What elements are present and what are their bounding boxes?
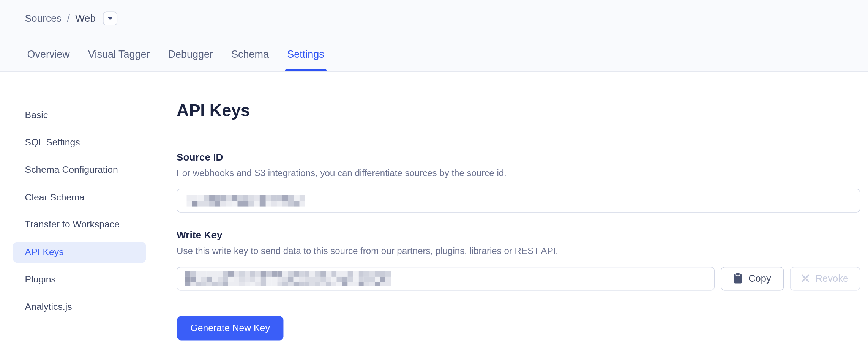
generate-new-key-button[interactable]: Generate New Key <box>177 316 284 340</box>
sidebar-item-transfer-to-workspace[interactable]: Transfer to Workspace <box>13 214 146 235</box>
page-title: API Keys <box>177 101 250 120</box>
x-icon <box>802 274 809 282</box>
tab-schema[interactable]: Schema <box>231 48 269 71</box>
write-key-redacted-value <box>185 271 391 286</box>
write-key-label: Write Key <box>177 230 223 241</box>
chevron-down-icon <box>108 17 112 20</box>
copy-button-label: Copy <box>748 273 771 284</box>
sidebar-item-api-keys[interactable]: API Keys <box>13 241 146 262</box>
page: Sources / Web <box>0 0 868 347</box>
revoke-button-label: Revoke <box>816 273 849 284</box>
generate-button-label: Generate New Key <box>190 322 270 333</box>
sidebar-item-plugins[interactable]: Plugins <box>13 269 146 290</box>
sidebar-item-schema-configuration[interactable]: Schema Configuration <box>13 159 146 180</box>
source-id-redacted-value <box>186 195 311 207</box>
breadcrumb-current-source: Web <box>75 13 95 25</box>
tab-debugger[interactable]: Debugger <box>168 48 213 71</box>
settings-sidebar: BasicSQL SettingsSchema ConfigurationCle… <box>13 105 146 324</box>
clipboard-icon <box>734 273 742 284</box>
tab-bar: OverviewVisual TaggerDebuggerSchemaSetti… <box>27 48 324 71</box>
tab-overview[interactable]: Overview <box>27 48 69 71</box>
write-key-description: Use this write key to send data to this … <box>177 246 558 256</box>
sidebar-item-sql-settings[interactable]: SQL Settings <box>13 132 146 153</box>
write-key-input[interactable] <box>177 267 715 290</box>
source-id-input[interactable] <box>177 189 860 213</box>
sidebar-item-analytics-js[interactable]: Analytics.js <box>13 297 146 317</box>
breadcrumb-sources-link[interactable]: Sources <box>25 13 62 25</box>
tab-visual-tagger[interactable]: Visual Tagger <box>88 48 150 71</box>
copy-write-key-button[interactable]: Copy <box>721 267 784 290</box>
revoke-write-key-button[interactable]: Revoke <box>790 267 860 290</box>
breadcrumb: Sources / Web <box>25 11 117 26</box>
header: Sources / Web <box>0 0 868 72</box>
source-switcher-button[interactable] <box>103 12 117 25</box>
tab-settings[interactable]: Settings <box>287 48 324 71</box>
source-id-description: For webhooks and S3 integrations, you ca… <box>177 168 507 178</box>
sidebar-item-clear-schema[interactable]: Clear Schema <box>13 187 146 208</box>
source-id-label: Source ID <box>177 151 223 163</box>
breadcrumb-separator: / <box>67 13 69 25</box>
sidebar-item-basic[interactable]: Basic <box>13 105 146 126</box>
